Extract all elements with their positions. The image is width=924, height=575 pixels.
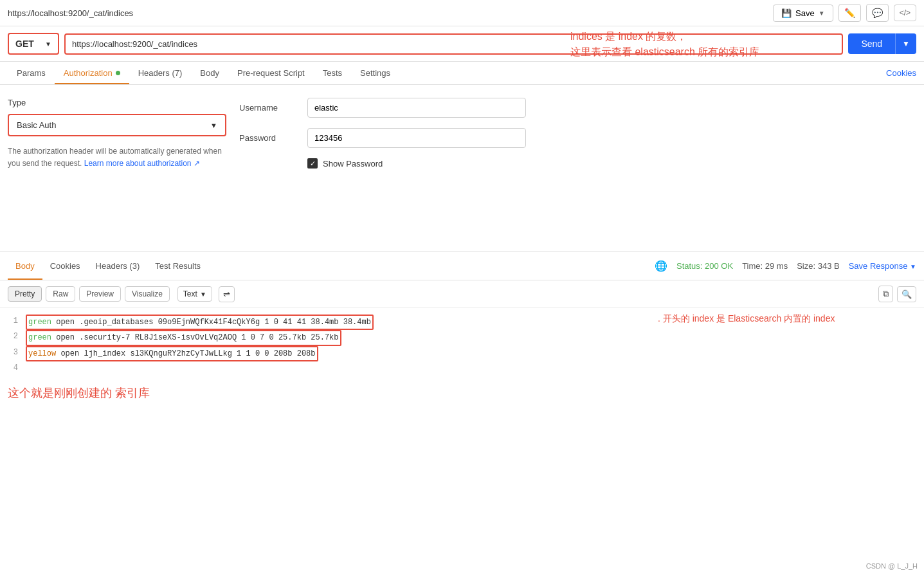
annotation-bottom: 这个就是刚刚创建的 索引库 xyxy=(0,381,924,405)
status-value: Status: 200 OK xyxy=(676,261,733,271)
time-value: Time: 29 ms xyxy=(742,261,788,271)
auth-left: Type Basic Auth ▼ The authorization head… xyxy=(8,98,226,239)
word-wrap-button[interactable]: ⇌ xyxy=(219,286,235,302)
show-password-row: Show Password xyxy=(307,158,916,169)
auth-active-dot xyxy=(116,71,120,75)
line-number-2: 2 xyxy=(8,330,18,345)
line1-status: green xyxy=(28,318,51,327)
watermark: CSDN @ L_J_H xyxy=(866,562,918,570)
code-line-2: 2 green open .security-7 RL8J1seXS-isvOv… xyxy=(8,330,916,345)
type-select[interactable]: Basic Auth ▼ xyxy=(8,114,226,136)
send-button-group: Send ▼ xyxy=(848,33,916,54)
password-input[interactable] xyxy=(307,128,526,148)
line2-status: green xyxy=(28,333,51,342)
request-tabs: Params Authorization Headers (7) Body Pr… xyxy=(0,62,924,85)
text-format-select[interactable]: Text ▼ xyxy=(177,286,212,302)
send-dropdown-button[interactable]: ▼ xyxy=(895,33,916,54)
res-tab-headers[interactable]: Headers (3) xyxy=(88,257,148,275)
wrap-icon: ⇌ xyxy=(223,289,230,299)
format-bar: Pretty Raw Preview Visualize Text ▼ ⇌ ⧉ … xyxy=(0,280,924,308)
line-number-4: 4 xyxy=(8,361,18,374)
type-value: Basic Auth xyxy=(17,120,56,130)
code-section: . 开头的 index 是 Elasticsearch 内置的 index 1 … xyxy=(0,308,924,405)
format-raw-button[interactable]: Raw xyxy=(46,286,75,302)
auth-right: Username Password Show Password xyxy=(239,98,916,239)
method-chevron-icon: ▼ xyxy=(45,41,51,48)
response-tabs: Body Cookies Headers (3) Test Results 🌐 … xyxy=(0,252,924,280)
edit-icon: ✏️ xyxy=(844,8,855,18)
tab-params[interactable]: Params xyxy=(8,62,55,84)
type-chevron-icon: ▼ xyxy=(210,122,217,129)
username-label: Username xyxy=(239,103,297,113)
show-password-label[interactable]: Show Password xyxy=(323,159,383,169)
username-input[interactable] xyxy=(307,98,526,118)
save-icon: 💾 xyxy=(781,8,792,18)
password-label: Password xyxy=(239,133,297,143)
res-tab-test-results[interactable]: Test Results xyxy=(147,257,208,275)
code-line-4: 4 xyxy=(8,361,916,374)
tab-headers[interactable]: Headers (7) xyxy=(129,62,192,84)
comment-button[interactable]: 💬 xyxy=(866,4,889,22)
method-value: GET xyxy=(15,39,34,49)
code-line-1: 1 green open .geoip_databases 09o9EjnWQf… xyxy=(8,315,916,330)
globe-icon: 🌐 xyxy=(655,260,667,272)
line3-box: yellow open ljh_index sl3KQnguRY2hzCyTJw… xyxy=(26,346,318,361)
line3-status: yellow xyxy=(28,349,56,358)
show-password-checkbox[interactable] xyxy=(307,158,318,169)
tab-tests[interactable]: Tests xyxy=(314,62,351,84)
learn-more-link[interactable]: Learn more about authorization ↗ xyxy=(84,159,200,168)
save-label: Save xyxy=(795,8,815,18)
line2-index: .security-7 xyxy=(79,333,130,342)
username-row: Username xyxy=(239,98,916,118)
url-input[interactable] xyxy=(64,33,843,55)
copy-icon: ⧉ xyxy=(883,289,889,298)
line-number-1: 1 xyxy=(8,315,18,330)
res-tab-body[interactable]: Body xyxy=(8,257,42,275)
edit-button[interactable]: ✏️ xyxy=(838,4,861,22)
tab-prerequest[interactable]: Pre-request Script xyxy=(228,62,314,84)
comment-icon: 💬 xyxy=(872,8,883,18)
request-bar: GET ▼ Send ▼ xyxy=(0,26,924,62)
res-tab-cookies[interactable]: Cookies xyxy=(42,257,88,275)
method-select[interactable]: GET ▼ xyxy=(8,33,59,55)
format-pretty-button[interactable]: Pretty xyxy=(8,286,42,302)
format-visualize-button[interactable]: Visualize xyxy=(125,286,170,302)
cookies-link[interactable]: Cookies xyxy=(886,68,916,78)
text-format-chevron-icon: ▼ xyxy=(200,291,206,298)
save-response-chevron-icon: ▼ xyxy=(910,263,916,270)
text-format-value: Text xyxy=(183,289,197,298)
send-button[interactable]: Send xyxy=(848,33,895,54)
code-line-3: 3 yellow open ljh_index sl3KQnguRY2hzCyT… xyxy=(8,346,916,361)
code-icon: </> xyxy=(900,8,910,17)
type-label: Type xyxy=(8,98,226,107)
search-button[interactable]: 🔍 xyxy=(897,286,916,302)
response-status-bar: 🌐 Status: 200 OK Time: 29 ms Size: 343 B… xyxy=(655,260,916,272)
size-value: Size: 343 B xyxy=(797,261,840,271)
top-bar: https://localhost:9200/_cat/indices 💾 Sa… xyxy=(0,0,924,26)
line1-box: green open .geoip_databases 09o9EjnWQfKx… xyxy=(26,315,374,330)
response-section: Body Cookies Headers (3) Test Results 🌐 … xyxy=(0,252,924,405)
auth-section: Type Basic Auth ▼ The authorization head… xyxy=(0,85,924,252)
code-button[interactable]: </> xyxy=(894,5,916,21)
search-icon: 🔍 xyxy=(901,289,912,299)
password-row: Password xyxy=(239,128,916,148)
copy-button[interactable]: ⧉ xyxy=(878,286,893,302)
line-number-3: 3 xyxy=(8,346,18,361)
tab-body[interactable]: Body xyxy=(191,62,228,84)
line3-index: ljh_index xyxy=(84,349,125,358)
code-area: 1 green open .geoip_databases 09o9EjnWQf… xyxy=(0,308,924,381)
line1-index: .geoip_databases xyxy=(79,318,153,327)
format-preview-button[interactable]: Preview xyxy=(79,286,121,302)
topbar-url: https://localhost:9200/_cat/indices xyxy=(8,8,768,18)
tab-settings[interactable]: Settings xyxy=(351,62,399,84)
save-dropdown-icon[interactable]: ▼ xyxy=(819,10,825,17)
top-actions: 💾 Save ▼ ✏️ 💬 </> xyxy=(773,4,916,22)
auth-description: The authorization header will be automat… xyxy=(8,145,226,170)
line2-box: green open .security-7 RL8J1seXS-isvOvLV… xyxy=(26,330,341,345)
tab-authorization[interactable]: Authorization xyxy=(55,62,129,84)
save-response-button[interactable]: Save Response ▼ xyxy=(849,261,916,271)
save-button[interactable]: 💾 Save ▼ xyxy=(773,5,833,22)
send-chevron-icon: ▼ xyxy=(902,39,910,48)
